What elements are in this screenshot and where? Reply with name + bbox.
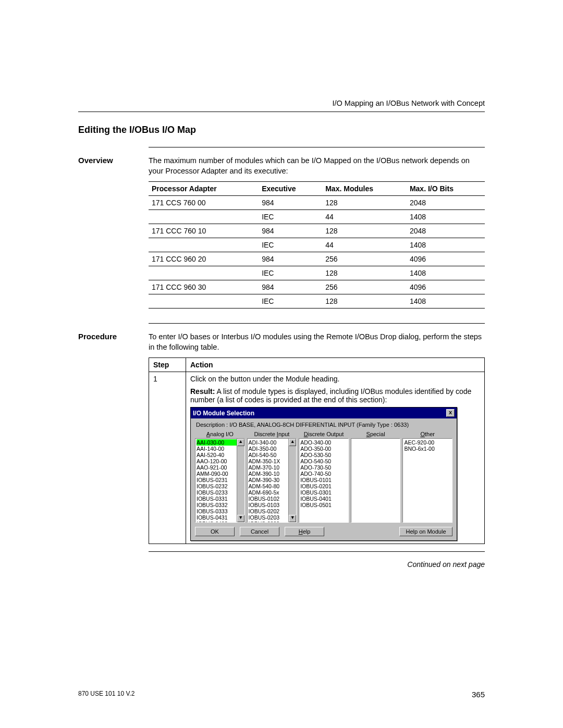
- list-item[interactable]: IOBUS-0331: [197, 496, 237, 502]
- dialog-column: OtherAEC-920-00BNO-6x1-00: [402, 431, 452, 523]
- procedure-table: Step Action 1 Click on the button under …: [149, 357, 485, 544]
- adapter-cell: 2048: [407, 196, 485, 210]
- list-item[interactable]: ADM-370-10: [249, 464, 289, 471]
- procedure-text: To enter I/O bases or Interbus I/O modul…: [149, 332, 485, 352]
- list-item[interactable]: ADI-340-00: [249, 439, 289, 446]
- list-item[interactable]: IOBUS-0102: [249, 496, 289, 502]
- list-item[interactable]: AAO-921-00: [197, 464, 237, 471]
- proc-header-step: Step: [149, 358, 186, 372]
- list-item[interactable]: AEC-920-00: [404, 439, 452, 446]
- list-item[interactable]: ADO-540-50: [300, 458, 348, 464]
- listbox[interactable]: AAI-030-00AAI-140-00AAI-520-40AAO-120-00…: [195, 438, 245, 523]
- list-item[interactable]: ADO-740-50: [300, 471, 348, 477]
- list-item[interactable]: IOBUS-0203: [249, 514, 289, 521]
- dialog-column: Discrete OutputADO-340-00ADO-350-00ADO-5…: [299, 431, 349, 523]
- close-button[interactable]: x: [446, 409, 455, 417]
- scroll-down-icon[interactable]: ▼: [237, 515, 244, 522]
- list-item[interactable]: AAO-120-00: [197, 458, 237, 464]
- adapter-cell: 1408: [407, 238, 485, 252]
- list-item[interactable]: ADM-350-1X: [249, 458, 289, 464]
- list-item[interactable]: ADO-730-50: [300, 464, 348, 471]
- list-item[interactable]: AAI-140-00: [197, 446, 237, 452]
- adapter-cell: [149, 210, 259, 224]
- list-item[interactable]: IOBUS-0231: [197, 477, 237, 483]
- list-item[interactable]: IOBUS-0432: [197, 521, 237, 523]
- list-item[interactable]: IOBUS-0333: [197, 508, 237, 514]
- listbox[interactable]: [351, 438, 401, 523]
- dialog-column: Special: [351, 431, 401, 523]
- list-item[interactable]: ADM-390-10: [249, 471, 289, 477]
- list-item[interactable]: IOBUS-0101: [300, 477, 348, 483]
- adapter-cell: IEC: [259, 266, 322, 280]
- list-item[interactable]: IOBUS-0103: [249, 502, 289, 508]
- adapter-cell: 4096: [407, 252, 485, 266]
- list-item[interactable]: ADO-350-00: [300, 446, 348, 452]
- adapter-cell: 128: [322, 266, 407, 280]
- overview-text: The maximum number of modules which can …: [149, 156, 485, 176]
- adapter-cell: 256: [322, 252, 407, 266]
- help-on-module-button[interactable]: Help on Module: [399, 527, 452, 536]
- list-item[interactable]: IOBUS-0401: [300, 496, 348, 502]
- listbox[interactable]: ADO-340-00ADO-350-00ADO-530-50ADO-540-50…: [299, 438, 349, 523]
- scroll-down-icon[interactable]: ▼: [289, 515, 296, 522]
- list-item[interactable]: ADI-350-00: [249, 446, 289, 452]
- overview-label: Overview: [78, 156, 149, 316]
- list-item[interactable]: BNO-6x1-00: [404, 446, 452, 452]
- adapter-cell: 128: [322, 196, 407, 210]
- adapter-header: Processor Adapter: [149, 182, 259, 196]
- scrollbar[interactable]: ▲▼: [288, 439, 296, 522]
- adapter-cell: 128: [322, 294, 407, 309]
- list-item[interactable]: IOBUS-0302: [249, 521, 289, 523]
- list-item[interactable]: ADM-690-5x: [249, 489, 289, 496]
- sub-rule-2: [149, 323, 485, 324]
- list-item[interactable]: ADO-530-50: [300, 452, 348, 458]
- adapter-table: Processor AdapterExecutiveMax. ModulesMa…: [149, 181, 485, 309]
- list-item[interactable]: IOBUS-0332: [197, 502, 237, 508]
- list-item[interactable]: ADM-540-80: [249, 483, 289, 489]
- proc-result-label: Result:: [190, 387, 215, 396]
- proc-result: Result: A list of module types is displa…: [190, 387, 480, 404]
- help-button[interactable]: Help: [285, 527, 324, 536]
- scroll-up-icon[interactable]: ▲: [237, 439, 244, 446]
- adapter-header: Max. I/O Bits: [407, 182, 485, 196]
- list-item[interactable]: ADM-390-30: [249, 477, 289, 483]
- column-header: Other: [402, 431, 452, 437]
- footer-page-number: 365: [472, 690, 485, 699]
- list-item[interactable]: AMM-090-00: [197, 471, 237, 477]
- list-item[interactable]: IOBUS-0431: [197, 514, 237, 521]
- footer-doc-id: 870 USE 101 10 V.2: [78, 690, 134, 699]
- sub-rule-1: [149, 147, 485, 147]
- adapter-cell: 2048: [407, 224, 485, 238]
- column-header: Discrete Input: [247, 431, 297, 437]
- list-item[interactable]: ADO-340-00: [300, 439, 348, 446]
- scroll-up-icon[interactable]: ▲: [289, 439, 296, 446]
- io-module-selection-dialog: I/O Module Selection x Description : I/O…: [190, 407, 457, 541]
- list-item[interactable]: IOBUS-0202: [249, 508, 289, 514]
- proc-action-text: Click on the button under the Module hea…: [190, 375, 480, 383]
- cancel-button[interactable]: Cancel: [240, 527, 279, 536]
- adapter-cell: 984: [259, 224, 322, 238]
- adapter-cell: 171 CCS 760 00: [149, 196, 259, 210]
- dialog-titlebar[interactable]: I/O Module Selection x: [191, 408, 457, 418]
- adapter-cell: 984: [259, 196, 322, 210]
- scrollbar[interactable]: ▲▼: [237, 439, 244, 522]
- adapter-cell: 1408: [407, 294, 485, 309]
- ok-button[interactable]: OK: [195, 527, 235, 536]
- listbox[interactable]: AEC-920-00BNO-6x1-00: [402, 438, 452, 523]
- list-item[interactable]: IOBUS-0232: [197, 483, 237, 489]
- list-item[interactable]: AAI-520-40: [197, 452, 237, 458]
- list-item[interactable]: IOBUS-0201: [300, 483, 348, 489]
- adapter-cell: [149, 238, 259, 252]
- adapter-header: Executive: [259, 182, 322, 196]
- list-item[interactable]: IOBUS-0301: [300, 489, 348, 496]
- adapter-cell: 44: [322, 210, 407, 224]
- adapter-header: Max. Modules: [322, 182, 407, 196]
- dialog-title: I/O Module Selection: [193, 410, 254, 417]
- list-item[interactable]: AAI-030-00: [197, 439, 237, 446]
- adapter-cell: 171 CCC 760 10: [149, 224, 259, 238]
- list-item[interactable]: ADI-540-50: [249, 452, 289, 458]
- listbox[interactable]: ADI-340-00ADI-350-00ADI-540-50ADM-350-1X…: [247, 438, 297, 523]
- adapter-cell: IEC: [259, 210, 322, 224]
- list-item[interactable]: IOBUS-0233: [197, 489, 237, 496]
- list-item[interactable]: IOBUS-0501: [300, 502, 348, 508]
